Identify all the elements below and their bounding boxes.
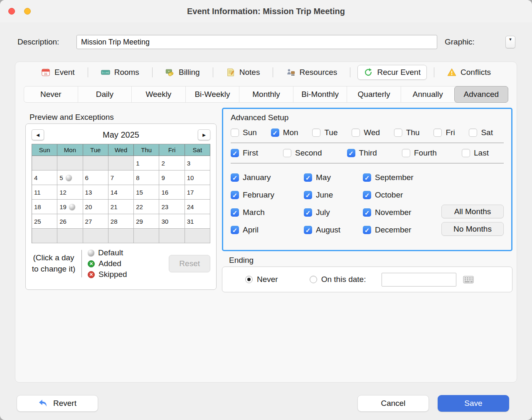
calendar-day-13[interactable]: 13	[83, 185, 108, 200]
recurrence-tab-bi-monthly[interactable]: Bi-Monthly	[293, 86, 347, 102]
calendar-day-27[interactable]: 27	[83, 214, 108, 229]
calendar-day-2[interactable]: 2	[159, 156, 185, 170]
calendar-day-21[interactable]: 21	[108, 200, 134, 214]
calendar-day-6[interactable]: 6	[83, 170, 108, 185]
ordinal-checkbox-third[interactable]: Third	[347, 148, 377, 158]
close-button[interactable]	[8, 8, 15, 15]
notes-icon	[226, 68, 235, 77]
tab-billing[interactable]: Billing	[160, 65, 206, 79]
calendar-day-30[interactable]: 30	[159, 214, 185, 229]
calendar-day-31[interactable]: 31	[185, 214, 210, 229]
calendar-day-24[interactable]: 24	[185, 200, 210, 214]
ordinal-checkbox-fourth[interactable]: Fourth	[402, 148, 437, 158]
weekday-checkbox-wed[interactable]: Wed	[352, 128, 380, 137]
graphic-label: Graphic:	[445, 37, 475, 47]
calendar-day-16[interactable]: 16	[159, 185, 185, 200]
calendar-day-10[interactable]: 10	[185, 170, 210, 185]
calendar-day-22[interactable]: 22	[134, 200, 159, 214]
checkbox-label: October	[375, 190, 403, 200]
checkbox-label: April	[243, 225, 259, 235]
calendar-day-25[interactable]: 25	[32, 214, 57, 229]
tab-rooms[interactable]: ROOMSRooms	[95, 65, 145, 79]
day-number: 5	[59, 174, 63, 181]
tab-notes[interactable]: Notes	[220, 65, 266, 79]
tab-recur-event[interactable]: Recur Event	[357, 65, 427, 80]
weekday-checkbox-mon[interactable]: Mon	[271, 128, 298, 137]
calendar-day-19[interactable]: 19	[57, 200, 83, 214]
all-months-button[interactable]: All Months	[441, 205, 504, 218]
recurrence-tab-advanced[interactable]: Advanced	[454, 86, 509, 103]
calendar-day-15[interactable]: 15	[134, 185, 159, 200]
ordinal-checkbox-first[interactable]: First	[231, 148, 258, 158]
cancel-button[interactable]: Cancel	[357, 395, 429, 412]
month-checkbox-november[interactable]: November	[363, 208, 441, 217]
no-months-button[interactable]: No Months	[441, 222, 504, 236]
tab-conflicts[interactable]: Conflicts	[441, 65, 497, 79]
calendar-day-9[interactable]: 9	[159, 170, 185, 185]
legend-item-default: Default	[88, 248, 127, 257]
month-checkbox-july[interactable]: July	[304, 208, 363, 217]
month-checkbox-april[interactable]: April	[231, 225, 304, 235]
calendar-day-4[interactable]: 4	[32, 170, 57, 185]
weekday-checkbox-thu[interactable]: Thu	[394, 128, 420, 137]
calendar-day-18[interactable]: 18	[32, 200, 57, 214]
recurrence-tab-daily[interactable]: Daily	[78, 86, 132, 102]
month-checkbox-may[interactable]: May	[304, 173, 363, 182]
ending-on-date-option[interactable]: On this date:	[310, 275, 366, 284]
day-number: 31	[187, 218, 194, 225]
previous-month-button[interactable]: ◀	[32, 129, 44, 140]
weekday-checkbox-fri[interactable]: Fri	[433, 128, 455, 137]
month-checkbox-december[interactable]: December	[363, 225, 441, 235]
calendar-day-3[interactable]: 3	[185, 156, 210, 170]
ordinal-checkbox-last[interactable]: Last	[462, 148, 489, 158]
month-checkbox-february[interactable]: February	[231, 190, 304, 200]
month-checkbox-august[interactable]: August	[304, 225, 363, 235]
calendar-day-29[interactable]: 29	[134, 214, 159, 229]
ending-date-input[interactable]	[382, 273, 456, 287]
revert-button[interactable]: Revert	[17, 395, 98, 412]
calendar-day-20[interactable]: 20	[83, 200, 108, 214]
ordinal-checkbox-second[interactable]: Second	[283, 148, 322, 158]
calendar-day-12[interactable]: 12	[57, 185, 83, 200]
calendar-day-28[interactable]: 28	[108, 214, 134, 229]
recur-arrows-icon	[364, 68, 373, 77]
tab-resources[interactable]: Resources	[281, 65, 343, 79]
recurrence-tab-quarterly[interactable]: Quarterly	[347, 86, 401, 102]
weekday-checkbox-sun[interactable]: Sun	[231, 128, 257, 137]
calendar-day-26[interactable]: 26	[57, 214, 83, 229]
dropdown-arrow-icon: ▾	[509, 37, 512, 42]
weekday-checkbox-tue[interactable]: Tue	[312, 128, 337, 137]
date-picker-icon[interactable]	[463, 276, 474, 284]
weekday-checkbox-sat[interactable]: Sat	[469, 128, 493, 137]
next-month-button[interactable]: ▶	[198, 129, 210, 140]
recurrence-tab-annually[interactable]: Annually	[401, 86, 455, 102]
recurrence-tab-monthly[interactable]: Monthly	[239, 86, 293, 102]
save-button[interactable]: Save	[438, 395, 509, 412]
recurrence-tab-never[interactable]: Never	[24, 86, 78, 102]
calendar-day-5[interactable]: 5	[57, 170, 83, 185]
month-checkbox-march[interactable]: March	[231, 208, 304, 217]
day-number: 7	[111, 174, 114, 181]
titlebar[interactable]: Event Information: Mission Trip Meeting	[0, 0, 532, 22]
recurrence-tab-bi-weekly[interactable]: Bi-Weekly	[185, 86, 239, 102]
month-checkbox-june[interactable]: June	[304, 190, 363, 200]
calendar-day-1[interactable]: 1	[134, 156, 159, 170]
calendar-day-11[interactable]: 11	[32, 185, 57, 200]
reset-button[interactable]: Reset	[169, 255, 210, 272]
tab-event[interactable]: 31Event	[35, 65, 81, 79]
separator	[231, 163, 504, 163]
calendar-day-17[interactable]: 17	[185, 185, 210, 200]
month-checkbox-october[interactable]: October	[363, 190, 441, 200]
month-checkbox-january[interactable]: January	[231, 173, 304, 182]
ending-never-option[interactable]: Never	[245, 275, 278, 284]
month-checkbox-september[interactable]: September	[363, 173, 441, 182]
recurrence-tab-weekly[interactable]: Weekly	[131, 86, 185, 102]
week-ordinal-checkbox-row: FirstSecondThirdFourthLast	[231, 148, 504, 158]
minimize-button[interactable]	[24, 8, 31, 15]
calendar-day-23[interactable]: 23	[159, 200, 185, 214]
graphic-dropdown-button[interactable]: ▾	[505, 36, 515, 48]
calendar-day-14[interactable]: 14	[108, 185, 134, 200]
description-input[interactable]	[76, 35, 437, 49]
calendar-day-8[interactable]: 8	[134, 170, 159, 185]
calendar-day-7[interactable]: 7	[108, 170, 134, 185]
